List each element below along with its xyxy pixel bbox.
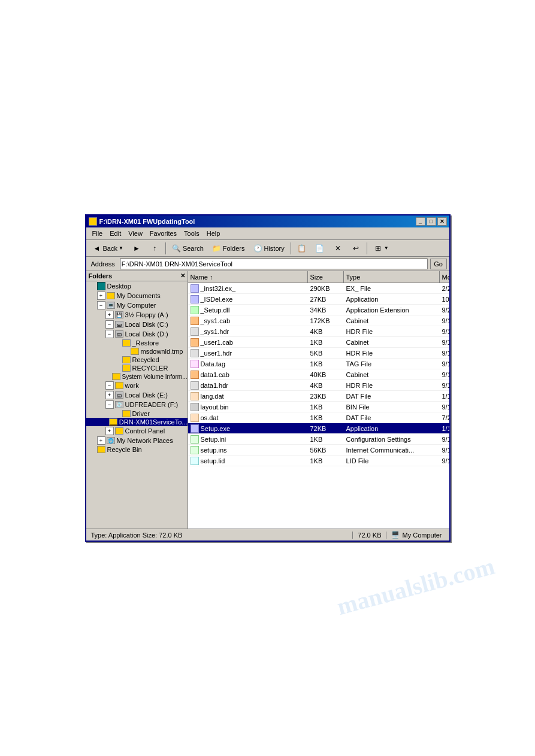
- address-input[interactable]: [120, 259, 428, 269]
- menu-file[interactable]: File: [89, 229, 107, 238]
- folders-button[interactable]: 📁 Folders: [208, 242, 249, 255]
- sidebar-close-button[interactable]: ✕: [180, 272, 185, 280]
- file-row[interactable]: _user1.hdr 5KB HDR File 9/17/01 4:18 PM: [188, 348, 449, 359]
- file-size-cell: 1KB: [308, 436, 344, 443]
- col-name[interactable]: Name ↑: [188, 271, 308, 283]
- tree-item-network[interactable]: + 🌐 My Network Places: [86, 436, 188, 445]
- menu-tools[interactable]: Tools: [180, 229, 203, 238]
- col-type[interactable]: Type: [344, 271, 440, 283]
- tree-label: My Documents: [117, 292, 161, 299]
- tree-item-desktop[interactable]: Desktop: [86, 281, 188, 291]
- folder-icon: [112, 373, 120, 380]
- tree-item-mycomputer[interactable]: − 💻 My Computer: [86, 300, 188, 310]
- sidebar-title: Folders: [89, 272, 113, 280]
- file-row[interactable]: _inst32i.ex_ 290KB EX_ File 2/23/99 11:4…: [188, 283, 449, 294]
- file-row[interactable]: _Setup.dll 34KB Application Extension 9/…: [188, 305, 449, 315]
- file-size-cell: 56KB: [308, 447, 344, 454]
- file-modified-cell: 9/29/98 4:34 PM: [440, 306, 449, 314]
- expand-icon[interactable]: +: [97, 292, 105, 300]
- copy-button[interactable]: 📋: [294, 242, 310, 255]
- tree-item-controlpanel[interactable]: + Control Panel: [86, 426, 188, 436]
- file-row[interactable]: lang.dat 23KB DAT File 1/12/99 11:34 AM: [188, 391, 449, 402]
- tree-item-restore[interactable]: _Restore: [86, 339, 188, 347]
- minimize-button[interactable]: _: [416, 217, 425, 226]
- expand-icon[interactable]: −: [105, 381, 114, 390]
- tree-item-recycler[interactable]: RECYCLER: [86, 364, 188, 372]
- file-row[interactable]: setup.ins 56KB Internet Communicati... 9…: [188, 445, 449, 456]
- tree-item-driver[interactable]: Driver: [86, 409, 188, 418]
- tree-item-mydocs[interactable]: + My Documents: [86, 291, 188, 300]
- search-button[interactable]: 🔍 Search: [168, 242, 207, 255]
- tree-item-recycled[interactable]: Recycled: [86, 356, 188, 364]
- expand-icon[interactable]: +: [97, 436, 105, 445]
- tree-item-disk-e[interactable]: + 🖴 Local Disk (E:): [86, 390, 188, 400]
- menu-edit[interactable]: Edit: [106, 229, 125, 238]
- file-name-cell: Setup.exe: [188, 424, 308, 433]
- delete-icon: ✕: [333, 244, 343, 253]
- views-button[interactable]: ⊞ ▼: [370, 242, 392, 255]
- tree-label: _Restore: [132, 339, 159, 347]
- file-row[interactable]: Setup.exe 72KB Application 1/12/99 12:42…: [188, 423, 449, 434]
- history-button[interactable]: 🕐 History: [249, 242, 288, 255]
- tree-item-udfreader[interactable]: − 💿 UDFREADER (F:): [86, 400, 188, 409]
- expand-icon[interactable]: +: [105, 311, 114, 319]
- tree-item-drn-service[interactable]: DRN-XM01ServiceTo...: [86, 418, 188, 426]
- file-name-cell: _Setup.dll: [188, 306, 308, 314]
- file-row[interactable]: _ISDel.exe 27KB Application 10/27/98 1:0…: [188, 294, 449, 305]
- tree-item-recyclebin[interactable]: Recycle Bin: [86, 445, 188, 454]
- expand-icon[interactable]: −: [105, 320, 114, 329]
- expand-icon[interactable]: +: [105, 427, 114, 435]
- expand-icon[interactable]: +: [105, 391, 114, 399]
- file-modified-cell: 9/17/01 4:18 PM: [440, 350, 449, 357]
- tree-item-work[interactable]: − work: [86, 381, 188, 390]
- file-modified-cell: 9/17/01 10:50 AM: [440, 447, 449, 454]
- delete-button[interactable]: ✕: [330, 242, 346, 255]
- forward-button[interactable]: ►: [128, 242, 145, 255]
- menu-help[interactable]: Help: [203, 229, 224, 238]
- file-row[interactable]: layout.bin 1KB BIN File 9/17/01 4:18 PM: [188, 402, 449, 412]
- back-icon: ◄: [92, 244, 102, 253]
- tree-item-disk-c[interactable]: − 🖴 Local Disk (C:): [86, 320, 188, 329]
- file-row[interactable]: _sys1.hdr 4KB HDR File 9/17/01 4:18 PM: [188, 326, 449, 337]
- file-icon: [191, 338, 199, 347]
- file-icon: [191, 327, 199, 336]
- file-row[interactable]: os.dat 1KB DAT File 7/27/98 5:41 PM: [188, 412, 449, 423]
- file-row[interactable]: data1.cab 40KB Cabinet 9/17/01 4:18 PM: [188, 369, 449, 380]
- tree-item-msdownld[interactable]: msdownld.tmp: [86, 347, 188, 356]
- file-type-cell: Application: [344, 296, 440, 303]
- file-modified-cell: 9/17/01 4:18 PM: [440, 328, 449, 335]
- tree-label: UDFREADER (F:): [125, 401, 179, 408]
- folder-icon: [131, 348, 139, 355]
- paste-button[interactable]: 📄: [312, 242, 328, 255]
- expand-icon[interactable]: −: [97, 301, 105, 309]
- expand-icon[interactable]: −: [105, 400, 114, 409]
- tree-item-sysvolinfo[interactable]: System Volume Inform...: [86, 372, 188, 381]
- col-size[interactable]: Size: [308, 271, 344, 283]
- menu-view[interactable]: View: [125, 229, 146, 238]
- undo-button[interactable]: ↩: [347, 242, 364, 255]
- desktop-icon: [97, 282, 105, 290]
- window-icon: [89, 217, 97, 226]
- tree-item-floppy[interactable]: + 💾 3½ Floppy (A:): [86, 310, 188, 320]
- file-row[interactable]: Data.tag 1KB TAG File 9/17/01 4:18 PM: [188, 359, 449, 369]
- menu-favorites[interactable]: Favorites: [146, 229, 180, 238]
- close-button[interactable]: ✕: [437, 217, 447, 226]
- col-modified[interactable]: Modified: [440, 271, 449, 283]
- file-row[interactable]: data1.hdr 4KB HDR File 9/17/01 4:18 PM: [188, 380, 449, 391]
- go-button[interactable]: Go: [430, 259, 447, 269]
- file-row[interactable]: _user1.cab 1KB Cabinet 9/17/01 4:18 PM: [188, 337, 449, 348]
- folder-icon: [122, 339, 131, 347]
- file-row[interactable]: setup.lid 1KB LID File 9/17/01 4:18 PM: [188, 456, 449, 466]
- address-bar: Address Go: [86, 257, 449, 271]
- maximize-button[interactable]: □: [427, 217, 436, 226]
- file-name-cell: Data.tag: [188, 360, 308, 368]
- file-name-cell: _user1.hdr: [188, 349, 308, 357]
- tree-item-disk-d[interactable]: − 🖴 Local Disk (D:): [86, 329, 188, 339]
- up-button[interactable]: ↑: [146, 242, 163, 255]
- back-button[interactable]: ◄ Back ▼: [89, 242, 127, 255]
- tree-label: Local Disk (D:): [125, 330, 168, 338]
- expand-icon[interactable]: −: [105, 330, 114, 338]
- file-row[interactable]: Setup.ini 1KB Configuration Settings 9/1…: [188, 434, 449, 445]
- file-row[interactable]: _sys1.cab 172KB Cabinet 9/17/01 4:18 PM: [188, 315, 449, 326]
- file-name: _user1.hdr: [201, 350, 232, 357]
